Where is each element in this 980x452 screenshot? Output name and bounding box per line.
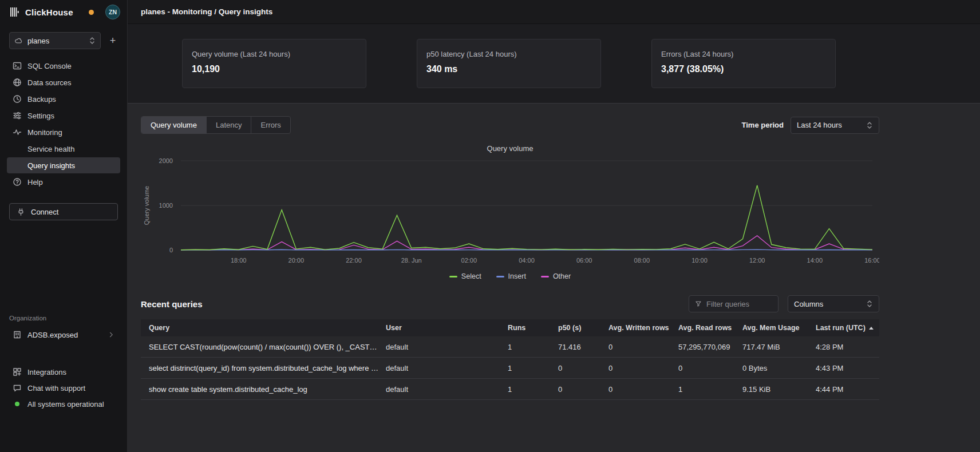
stat-value: 10,190	[192, 64, 357, 74]
tab-query-volume[interactable]: Query volume	[141, 117, 207, 133]
organization-section: Organization ADSB.exposed	[0, 315, 127, 343]
system-status-item[interactable]: All systems operational	[7, 396, 120, 412]
sidebar-item-monitoring[interactable]: Monitoring	[7, 124, 120, 140]
sidebar-item-service-health[interactable]: Service health	[7, 141, 120, 157]
table-cell: 1	[678, 385, 742, 394]
sidebar-item-label: Backups	[27, 95, 56, 104]
chart-title: Query volume	[141, 144, 879, 153]
service-row: planes +	[9, 32, 119, 49]
sidebar-item-integrations[interactable]: Integrations	[7, 364, 120, 380]
sidebar-item-label: SQL Console	[27, 62, 72, 70]
svg-text:10:00: 10:00	[691, 257, 708, 264]
table-cell: default	[386, 364, 508, 372]
sidebar-item-data-sources[interactable]: Data sources	[7, 74, 120, 90]
table-cell: 0	[558, 385, 608, 394]
table-cell: 0	[608, 364, 678, 372]
stat-label: p50 latency (Last 24 hours)	[426, 50, 591, 58]
table-cell: 4:44 PM	[816, 385, 879, 394]
table-cell: 71.416	[558, 343, 608, 351]
table-cell: 57,295,770,069	[678, 343, 742, 351]
sidebar-item-label: Help	[27, 178, 43, 187]
add-service-button[interactable]: +	[106, 34, 119, 47]
svg-text:Query volume: Query volume	[143, 186, 150, 225]
table-cell: 9.15 KiB	[742, 385, 816, 394]
table-row[interactable]: show create table system.distributed_cac…	[141, 379, 879, 400]
connect-button[interactable]: Connect	[9, 203, 118, 220]
sidebar-item-backups[interactable]: Backups	[7, 91, 120, 107]
legend-label: Insert	[508, 272, 526, 280]
sidebar-item-query-insights[interactable]: Query insights	[7, 157, 120, 173]
sidebar-item-label: Settings	[27, 112, 54, 120]
organization-name: ADSB.exposed	[27, 331, 78, 339]
tab-latency[interactable]: Latency	[207, 117, 252, 133]
legend-item-other[interactable]: Other	[541, 272, 571, 280]
filter-queries-input[interactable]	[706, 300, 772, 308]
terminal-icon	[13, 61, 22, 70]
sidebar-item-help[interactable]: Help	[7, 174, 120, 190]
recent-queries-header: Recent queries Columns	[141, 295, 879, 312]
column-header[interactable]: Avg. Mem Usage	[742, 324, 816, 332]
stat-value: 3,877 (38.05%)	[661, 64, 826, 74]
time-period-value: Last 24 hours	[797, 121, 842, 129]
sidebar-item-settings[interactable]: Settings	[7, 108, 120, 124]
legend-marker-icon	[496, 276, 504, 277]
query-cell: SELECT CAST(round(pow(count() / max(coun…	[149, 343, 386, 351]
column-header[interactable]: Avg. Written rows	[608, 324, 678, 332]
sliders-icon	[13, 111, 22, 120]
sort-caret-icon	[869, 327, 874, 330]
table-cell: 4:43 PM	[816, 364, 879, 372]
column-header[interactable]: Avg. Read rows	[678, 324, 742, 332]
recent-queries-title: Recent queries	[141, 299, 203, 309]
clock-icon	[13, 94, 22, 104]
app-root: ClickHouse ZN planes + SQL Console	[0, 0, 980, 452]
blocks-icon	[13, 367, 22, 376]
table-cell: 0	[678, 364, 742, 372]
query-cell: select distrinct(query_id) from system.d…	[149, 364, 386, 372]
user-avatar[interactable]: ZN	[105, 5, 120, 19]
breadcrumb: planes - Monitoring / Query insights	[141, 7, 272, 16]
chevron-up-down-icon	[866, 300, 873, 308]
sidebar-item-sql-console[interactable]: SQL Console	[7, 58, 120, 74]
table-cell: 0	[608, 343, 678, 351]
sidebar-footer: Integrations Chat with support All syste…	[0, 364, 127, 412]
column-header[interactable]: User	[386, 324, 508, 332]
svg-text:1000: 1000	[159, 202, 173, 209]
plug-icon	[17, 208, 25, 216]
organization-switcher[interactable]: ADSB.exposed	[7, 326, 120, 343]
table-cell: 1	[508, 364, 558, 372]
legend-item-insert[interactable]: Insert	[496, 272, 526, 280]
table-cell: 717.47 MiB	[742, 343, 816, 351]
column-header[interactable]: Last run (UTC)	[816, 324, 879, 332]
stat-label: Errors (Last 24 hours)	[661, 50, 826, 58]
table-row[interactable]: SELECT CAST(round(pow(count() / max(coun…	[141, 336, 879, 358]
sidebar: ClickHouse ZN planes + SQL Console	[0, 0, 128, 452]
svg-text:18:00: 18:00	[231, 257, 247, 264]
chart-legend: SelectInsertOther	[141, 272, 879, 280]
legend-label: Other	[553, 272, 571, 280]
footer-item-label: Integrations	[27, 368, 66, 376]
filter-queries-box[interactable]	[689, 295, 779, 312]
globe-icon	[13, 78, 22, 87]
stats-band: Query volume (Last 24 hours) 10,190 p50 …	[128, 24, 980, 104]
svg-text:2000: 2000	[159, 157, 173, 164]
columns-select[interactable]: Columns	[788, 295, 879, 312]
time-period-label: Time period	[742, 121, 784, 129]
sidebar-item-chat-support[interactable]: Chat with support	[7, 380, 120, 396]
query-volume-chart: 01000200018:0020:0022:0028. Jun02:0004:0…	[141, 155, 879, 269]
chevron-up-down-icon	[89, 37, 96, 45]
tab-errors[interactable]: Errors	[251, 117, 290, 133]
column-header[interactable]: p50 (s)	[558, 324, 608, 332]
organization-label: Organization	[9, 315, 118, 322]
column-header[interactable]: Runs	[508, 324, 558, 332]
service-selector[interactable]: planes	[9, 32, 101, 49]
table-cell: 1	[508, 385, 558, 394]
svg-text:0: 0	[169, 247, 173, 253]
table-row[interactable]: select distrinct(query_id) from system.d…	[141, 358, 879, 379]
chart-tabs: Query volume Latency Errors	[141, 116, 291, 134]
svg-text:28. Jun: 28. Jun	[401, 257, 422, 264]
legend-item-select[interactable]: Select	[449, 272, 481, 280]
stat-card-errors: Errors (Last 24 hours) 3,877 (38.05%)	[651, 39, 836, 88]
time-period-select[interactable]: Last 24 hours	[791, 117, 879, 134]
legend-marker-icon	[449, 276, 457, 277]
column-header[interactable]: Query	[149, 324, 386, 332]
